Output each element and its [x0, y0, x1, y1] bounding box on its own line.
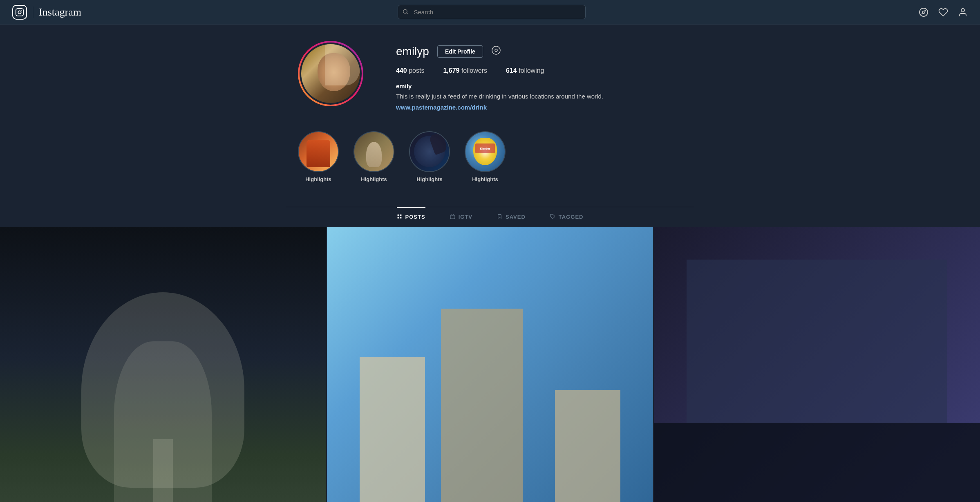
navbar-divider [33, 7, 33, 18]
profile-name: emily [396, 83, 682, 90]
tabs-section: POSTS IGTV SAVED [286, 207, 694, 226]
post-thumb-2[interactable] [327, 227, 653, 502]
navbar-logo: Instagram [12, 5, 81, 20]
tag-icon [550, 213, 555, 220]
instagram-logo-icon [12, 5, 27, 20]
profile-username-row: emilyp Edit Profile [396, 45, 682, 58]
navbar-search[interactable] [398, 5, 586, 19]
highlight-item-1[interactable]: Highlights [298, 131, 339, 182]
avatar-image [301, 44, 360, 103]
svg-rect-12 [400, 217, 401, 218]
highlight-circle-3 [409, 131, 450, 172]
svg-rect-11 [400, 214, 401, 216]
grid-icon [397, 213, 402, 220]
settings-button[interactable] [491, 45, 501, 58]
posts-grid [0, 227, 980, 502]
profile-section: emilyp Edit Profile 440 posts 1,679 foll… [286, 41, 694, 111]
svg-rect-14 [450, 215, 455, 218]
avatar-inner [300, 43, 362, 105]
search-input[interactable] [398, 5, 586, 19]
post-thumb-3[interactable] [654, 227, 980, 502]
highlight-item-3[interactable]: Highlights [409, 131, 450, 182]
svg-marker-6 [922, 10, 925, 13]
tab-igtv[interactable]: IGTV [450, 207, 472, 226]
profile-info: emilyp Edit Profile 440 posts 1,679 foll… [396, 41, 682, 111]
highlight-item-2[interactable]: Highlights [354, 131, 394, 182]
profile-stats: 440 posts 1,679 followers 614 following [396, 67, 682, 74]
svg-point-2 [21, 10, 22, 11]
tab-tagged[interactable]: TAGGED [550, 207, 584, 226]
highlight-label-2: Highlights [361, 176, 387, 182]
navbar-actions [919, 7, 968, 17]
tab-posts-label: POSTS [405, 214, 425, 220]
svg-rect-10 [397, 214, 399, 216]
svg-line-4 [407, 13, 408, 14]
tab-tagged-label: TAGGED [559, 214, 584, 220]
highlight-label-4: Highlights [472, 176, 498, 182]
tabs-row: POSTS IGTV SAVED [286, 207, 694, 226]
highlight-label-1: Highlights [305, 176, 331, 182]
tab-posts[interactable]: POSTS [397, 207, 425, 226]
following-stat[interactable]: 614 following [506, 67, 544, 74]
highlight-circle-1 [298, 131, 339, 172]
post-thumb-1[interactable] [0, 227, 326, 502]
svg-rect-0 [16, 8, 23, 16]
profile-bio: This is really just a feed of me drinkin… [396, 92, 682, 101]
search-icon [403, 9, 408, 16]
tab-saved[interactable]: SAVED [497, 207, 526, 226]
bookmark-icon [497, 213, 502, 220]
svg-rect-13 [397, 217, 399, 218]
profile-button[interactable] [958, 7, 968, 17]
highlight-label-3: Highlights [416, 176, 443, 182]
tab-saved-label: SAVED [506, 214, 526, 220]
highlights-section: Highlights Highlights Highlights Kinder … [286, 131, 694, 203]
posts-stat: 440 posts [396, 67, 424, 74]
highlight-circle-2 [354, 131, 394, 172]
profile-username: emilyp [396, 45, 429, 58]
profile-link[interactable]: www.pastemagazine.com/drink [396, 104, 682, 111]
tab-igtv-label: IGTV [459, 214, 472, 220]
likes-button[interactable] [938, 7, 948, 17]
navbar-wordmark: Instagram [39, 6, 81, 18]
avatar[interactable] [298, 41, 363, 106]
svg-point-9 [495, 49, 497, 52]
svg-point-1 [18, 11, 21, 13]
igtv-icon [450, 213, 455, 220]
profile-header: emilyp Edit Profile 440 posts 1,679 foll… [298, 41, 682, 111]
navbar: Instagram [0, 0, 980, 25]
highlights-row: Highlights Highlights Highlights Kinder … [298, 131, 682, 190]
highlight-item-4[interactable]: Kinder Highlights [465, 131, 506, 182]
explore-button[interactable] [919, 7, 929, 17]
svg-point-5 [920, 8, 928, 16]
svg-point-7 [961, 9, 964, 12]
svg-point-8 [492, 46, 500, 54]
followers-stat[interactable]: 1,679 followers [443, 67, 487, 74]
edit-profile-button[interactable]: Edit Profile [437, 45, 483, 58]
highlight-circle-4: Kinder [465, 131, 506, 172]
